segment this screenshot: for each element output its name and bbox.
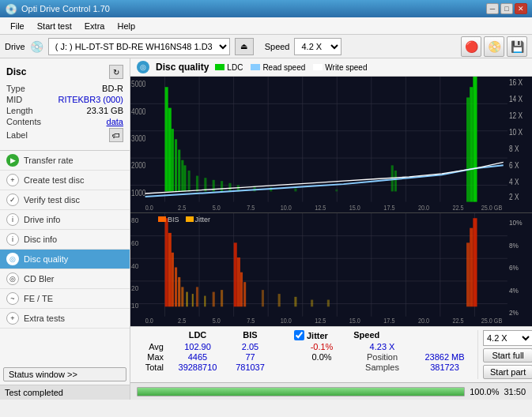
svg-text:17.5: 17.5 bbox=[383, 317, 395, 325]
max-label: Max bbox=[135, 352, 167, 362]
nav-disc-quality[interactable]: ◎ Disc quality bbox=[0, 250, 130, 269]
toolbar-icon-1[interactable]: 🔴 bbox=[461, 36, 481, 57]
svg-text:2.5: 2.5 bbox=[178, 317, 187, 325]
content-area: ◎ Disc quality LDC Read speed Write spee… bbox=[130, 58, 532, 400]
eject-button[interactable]: ⏏ bbox=[235, 38, 254, 55]
nav-verify-test-disc[interactable]: ✓ Verify test disc bbox=[0, 190, 130, 210]
speed-selector[interactable]: 4.2 X bbox=[483, 330, 532, 346]
jitter-checkbox[interactable] bbox=[294, 330, 304, 340]
svg-rect-108 bbox=[196, 287, 198, 306]
svg-rect-47 bbox=[196, 176, 198, 192]
stats-empty-header bbox=[135, 330, 167, 340]
chart-title-icon: ◎ bbox=[137, 61, 149, 73]
stats-ldc-header: LDC bbox=[170, 330, 225, 340]
nav-drive-info[interactable]: i Drive info bbox=[0, 210, 130, 230]
svg-rect-60 bbox=[470, 87, 473, 201]
menu-file[interactable]: File bbox=[4, 20, 31, 32]
svg-text:4 X: 4 X bbox=[509, 177, 519, 186]
nav-icon-bler: ◎ bbox=[6, 272, 19, 285]
svg-text:2.5: 2.5 bbox=[178, 203, 186, 212]
svg-text:4000: 4000 bbox=[131, 107, 145, 116]
avg-bis: 2.05 bbox=[228, 342, 272, 351]
test-completed-bar: Test completed bbox=[0, 385, 130, 400]
disc-section-title: Disc bbox=[6, 66, 26, 77]
drivebar: Drive 💿 ( J: ) HL-DT-ST BD-RE WH16NS48 1… bbox=[0, 35, 532, 58]
nav-icon-extra: + bbox=[6, 312, 19, 325]
menubar: File Start test Extra Help bbox=[0, 17, 532, 35]
svg-text:40: 40 bbox=[131, 261, 138, 270]
app-title: Opti Drive Control 1.70 bbox=[21, 4, 110, 13]
svg-text:22.5: 22.5 bbox=[452, 317, 464, 325]
nav-label-disc-info: Disc info bbox=[24, 235, 57, 244]
nav-label-verify: Verify test disc bbox=[24, 195, 80, 205]
minimize-button[interactable]: ─ bbox=[486, 3, 499, 14]
nav-label-drive: Drive info bbox=[24, 215, 60, 224]
samples-value: 381723 bbox=[415, 363, 474, 372]
disc-mid-label: MID bbox=[6, 95, 22, 104]
disc-refresh-icon[interactable]: ↻ bbox=[109, 65, 123, 79]
speed-select[interactable]: 4.2 X bbox=[294, 38, 341, 55]
menu-help[interactable]: Help bbox=[111, 20, 141, 32]
total-empty bbox=[275, 363, 291, 372]
window-controls: ─ □ ✕ bbox=[486, 3, 527, 14]
toolbar-icon-3[interactable]: 💾 bbox=[507, 36, 527, 57]
svg-rect-42 bbox=[175, 139, 177, 191]
menu-starttest[interactable]: Start test bbox=[31, 20, 78, 32]
start-part-button[interactable]: Start part bbox=[483, 365, 532, 379]
disc-label-icon[interactable]: 🏷 bbox=[109, 128, 123, 142]
svg-text:10: 10 bbox=[131, 301, 138, 310]
svg-text:60: 60 bbox=[131, 239, 138, 247]
disc-type-label: Type bbox=[6, 84, 25, 93]
svg-rect-40 bbox=[168, 108, 172, 192]
svg-text:0.0: 0.0 bbox=[145, 317, 154, 325]
status-window-button[interactable]: Status window >> bbox=[3, 367, 126, 381]
nav-icon-drive: i bbox=[6, 213, 19, 226]
drive-select[interactable]: ( J: ) HL-DT-ST BD-RE WH16NS48 1.D3 bbox=[48, 38, 230, 55]
svg-rect-58 bbox=[394, 171, 397, 191]
svg-rect-61 bbox=[466, 97, 470, 201]
nav-disc-info[interactable]: i Disc info bbox=[0, 230, 130, 250]
svg-rect-116 bbox=[186, 291, 187, 306]
nav-icon-verify: ✓ bbox=[6, 193, 19, 206]
legend-ldc-label: LDC bbox=[227, 63, 243, 72]
svg-rect-105 bbox=[237, 257, 240, 306]
close-button[interactable]: ✕ bbox=[515, 3, 527, 14]
legend-ldc: LDC bbox=[215, 63, 243, 72]
disc-contents-value[interactable]: data bbox=[107, 117, 123, 126]
svg-rect-118 bbox=[204, 295, 206, 306]
nav-cd-bler[interactable]: ◎ CD Bler bbox=[0, 269, 130, 289]
disc-info-panel: Disc ↻ Type BD-R MID RITEKBR3 (000) Leng… bbox=[0, 58, 130, 151]
svg-text:16 X: 16 X bbox=[509, 77, 523, 87]
svg-text:10.0: 10.0 bbox=[281, 203, 292, 212]
toolbar-icon-2[interactable]: 📀 bbox=[484, 36, 504, 57]
stats-total-row: Total 39288710 781037 Samples 381723 bbox=[135, 363, 474, 372]
svg-rect-104 bbox=[234, 242, 237, 306]
svg-rect-44 bbox=[181, 160, 183, 192]
start-full-button[interactable]: Start full bbox=[483, 348, 532, 363]
svg-rect-114 bbox=[311, 299, 313, 306]
svg-text:15.0: 15.0 bbox=[349, 317, 361, 325]
svg-rect-111 bbox=[262, 290, 264, 306]
avg-jitter: -0.1% bbox=[294, 342, 349, 351]
svg-text:1000: 1000 bbox=[131, 188, 145, 197]
menu-extra[interactable]: Extra bbox=[78, 20, 111, 32]
svg-rect-43 bbox=[178, 150, 180, 192]
chart-title-bar: ◎ Disc quality LDC Read speed Write spee… bbox=[130, 58, 532, 77]
maximize-button[interactable]: □ bbox=[500, 3, 513, 14]
svg-text:14 X: 14 X bbox=[509, 94, 523, 103]
nav-fe-te[interactable]: ~ FE / TE bbox=[0, 289, 130, 309]
lower-legend: BIS Jitter bbox=[158, 216, 210, 224]
nav-icon-quality: ◎ bbox=[6, 253, 19, 265]
svg-rect-119 bbox=[473, 218, 477, 306]
nav-transfer-rate[interactable]: ▶ Transfer rate bbox=[0, 151, 130, 171]
bottom-bar: 100.0% 31:50 bbox=[130, 382, 532, 400]
total-empty2 bbox=[294, 363, 349, 372]
svg-rect-98 bbox=[165, 218, 168, 306]
svg-rect-106 bbox=[240, 272, 243, 307]
svg-rect-46 bbox=[188, 171, 191, 191]
nav-create-test-disc[interactable]: + Create test disc bbox=[0, 171, 130, 190]
nav-extra-tests[interactable]: + Extra tests bbox=[0, 309, 130, 329]
app-title-area: 💿 Opti Drive Control 1.70 bbox=[5, 3, 486, 15]
stats-avg-row: Avg 102.90 2.05 -0.1% 4.23 X bbox=[135, 342, 474, 351]
disc-mid-value: RITEKBR3 (000) bbox=[58, 95, 123, 104]
